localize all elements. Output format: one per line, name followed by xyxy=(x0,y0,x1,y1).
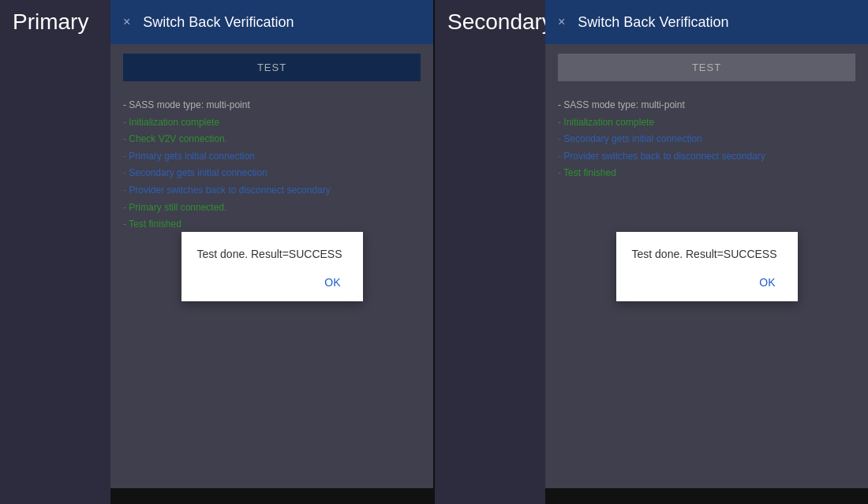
secondary-dialog-content: TEST - SASS mode type: multi-point- Init… xyxy=(545,44,868,488)
primary-close-icon[interactable]: × xyxy=(123,16,130,28)
primary-modal-message: Test done. Result=SUCCESS xyxy=(197,248,347,260)
primary-dialog-title: Switch Back Verification xyxy=(143,14,294,31)
primary-dialog-header: × Switch Back Verification xyxy=(110,0,433,44)
primary-dialog-content: TEST - SASS mode type: multi-point- Init… xyxy=(110,44,433,488)
secondary-dialog-header: × Switch Back Verification xyxy=(545,0,868,44)
primary-modal-actions: OK xyxy=(197,273,347,292)
secondary-modal-message: Test done. Result=SUCCESS xyxy=(632,248,782,260)
primary-modal-overlay: Test done. Result=SUCCESS OK xyxy=(110,44,433,488)
secondary-close-icon[interactable]: × xyxy=(558,16,565,28)
secondary-dialog-title: Switch Back Verification xyxy=(578,14,728,31)
primary-label: Primary xyxy=(0,0,110,504)
secondary-modal-overlay: Test done. Result=SUCCESS OK xyxy=(545,44,868,488)
primary-screen: × Switch Back Verification TEST - SASS m… xyxy=(110,0,433,504)
primary-modal-box: Test done. Result=SUCCESS OK xyxy=(181,232,363,301)
secondary-panel: Secondary × Switch Back Verification TES… xyxy=(435,0,868,504)
secondary-label: Secondary xyxy=(435,0,545,504)
secondary-screen: × Switch Back Verification TEST - SASS m… xyxy=(545,0,868,504)
secondary-modal-actions: OK xyxy=(632,273,782,292)
secondary-ok-button[interactable]: OK xyxy=(753,273,781,292)
primary-bottom-bar xyxy=(110,488,433,504)
primary-panel: Primary × Switch Back Verification TEST … xyxy=(0,0,433,504)
primary-ok-button[interactable]: OK xyxy=(318,273,346,292)
secondary-bottom-bar xyxy=(545,488,868,504)
secondary-modal-box: Test done. Result=SUCCESS OK xyxy=(616,232,798,301)
